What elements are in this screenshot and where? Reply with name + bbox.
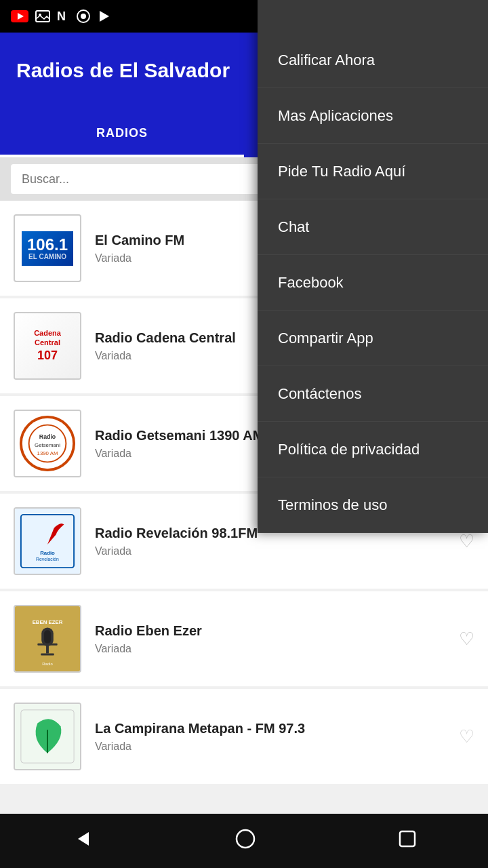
radio-logo-image: Radio Getsemani 1390 AM <box>15 411 80 476</box>
menu-item-terminos[interactable]: Terminos de uso <box>258 477 488 533</box>
svg-rect-32 <box>46 646 49 654</box>
svg-text:Radio: Radio <box>39 433 56 440</box>
menu-item-compartir[interactable]: Compartir App <box>258 311 488 366</box>
menu-item-contactenos[interactable]: Contáctenos <box>258 366 488 422</box>
radio-item[interactable]: La Campirana Metapan - FM 97.3 Variada ♡ <box>0 689 488 784</box>
svg-text:Revelación: Revelación <box>36 557 59 561</box>
radio-logo-image: CadenaCentral107 <box>15 313 80 378</box>
radio-info: Radio Eben Ezer Variada <box>81 623 459 655</box>
radio-genre: Variada <box>95 741 459 753</box>
radio-logo-image: Radio Revelación <box>15 509 80 574</box>
menu-item-facebook[interactable]: Facebook <box>258 255 488 311</box>
back-button[interactable] <box>51 821 113 861</box>
svg-point-6 <box>81 14 86 19</box>
svg-text:Radio: Radio <box>40 550 55 556</box>
svg-rect-39 <box>400 831 415 846</box>
radio-logo-image <box>15 704 80 769</box>
radio-item[interactable]: EBEN EZER Radio Radio Eben Ezer Variada … <box>0 591 488 686</box>
menu-item-politica[interactable]: Política de privacidad <box>258 422 488 477</box>
radio-name: La Campirana Metapan - FM 97.3 <box>95 721 459 736</box>
radio-genre: Variada <box>95 643 459 655</box>
menu-item-pide-radio[interactable]: Pide Tu Radio Aquí <box>258 144 488 199</box>
svg-marker-7 <box>100 11 109 22</box>
svg-marker-37 <box>78 832 89 846</box>
svg-text:Getsemani: Getsemani <box>35 442 60 448</box>
radio-logo: Radio Getsemani 1390 AM <box>14 410 81 477</box>
radio-logo: EBEN EZER Radio <box>14 605 81 673</box>
radio-info: La Campirana Metapan - FM 97.3 Variada <box>81 721 459 753</box>
radio-logo-image: 106.1 EL CAMINO <box>22 231 73 266</box>
radio-logo <box>14 703 81 770</box>
radio-logo: Radio Revelación <box>14 507 81 575</box>
radio-logo: 106.1 EL CAMINO <box>14 214 81 282</box>
n-icon: N <box>57 10 69 22</box>
menu-item-mas-apps[interactable]: Mas Aplicaciones <box>258 88 488 144</box>
radio-logo-image: EBEN EZER Radio <box>15 606 80 671</box>
svg-text:Radio: Radio <box>42 662 53 666</box>
gallery-icon <box>35 10 50 22</box>
svg-point-38 <box>237 830 254 848</box>
recents-button[interactable] <box>378 823 437 860</box>
svg-rect-31 <box>37 644 57 646</box>
svg-rect-33 <box>41 654 54 656</box>
favorite-button[interactable]: ♡ <box>459 531 474 552</box>
home-button[interactable] <box>214 821 277 861</box>
svg-text:N: N <box>57 10 66 22</box>
radio-genre: Variada <box>95 545 459 557</box>
dropdown-menu: Calificar Ahora Mas Aplicaciones Pide Tu… <box>258 0 488 533</box>
favorite-button[interactable]: ♡ <box>459 629 474 650</box>
playstore-icon <box>98 9 111 23</box>
menu-item-chat[interactable]: Chat <box>258 199 488 255</box>
svg-rect-30 <box>44 630 51 644</box>
svg-text:1390 AM: 1390 AM <box>37 450 58 456</box>
radio-logo: CadenaCentral107 <box>14 312 81 380</box>
bottom-nav <box>0 814 488 868</box>
svg-text:EBEN EZER: EBEN EZER <box>33 619 63 625</box>
tab-radios[interactable]: RADIOS <box>0 108 244 157</box>
youtube-icon <box>11 10 28 22</box>
radio-name: Radio Eben Ezer <box>95 623 459 639</box>
menu-item-calificar[interactable]: Calificar Ahora <box>258 33 488 88</box>
headphone-icon <box>76 9 91 24</box>
favorite-button[interactable]: ♡ <box>459 726 474 747</box>
status-bar-left: N <box>11 9 111 24</box>
